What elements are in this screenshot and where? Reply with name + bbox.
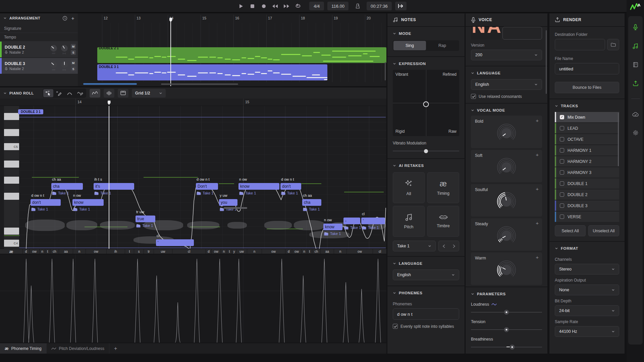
render-track-double-1[interactable]: DOUBLE 1 <box>555 178 619 189</box>
stop-button[interactable] <box>249 3 256 9</box>
phoneme-cell[interactable]: ow <box>292 249 302 254</box>
render-track-lead[interactable]: LEAD <box>555 123 619 133</box>
track-checkbox[interactable] <box>560 203 564 208</box>
unselect-all-button[interactable]: Unselect All <box>588 225 619 236</box>
phoneme-cell[interactable]: n <box>221 249 227 254</box>
arrangement-vscrollbar[interactable] <box>385 62 386 80</box>
phoneme-cell[interactable]: cl <box>373 249 386 254</box>
mode-rap-button[interactable]: Rap <box>426 41 459 50</box>
piano-roll-playhead-marker[interactable] <box>108 101 111 105</box>
note-take-label[interactable]: Take 1 <box>344 226 361 230</box>
tab-pitch-deviation-loudness[interactable]: Pitch Deviation/Loudness <box>47 343 109 354</box>
arrangement-clip-double-2-1[interactable]: DOUBLE 2 1 <box>97 47 386 63</box>
dictionary-panel-icon[interactable] <box>632 61 639 68</box>
add-automation-icon[interactable]: + <box>536 254 539 260</box>
phoneme-cell[interactable]: ow <box>262 249 285 254</box>
chevron-down-icon[interactable] <box>393 62 396 65</box>
note-take-label[interactable]: Take 1 <box>136 224 153 228</box>
phoneme-cell[interactable]: d <box>206 249 212 254</box>
phoneme-cell[interactable]: aa <box>321 249 334 254</box>
piano-key[interactable] <box>4 161 19 168</box>
phoneme-timing-row[interactable]: ædowntchaanowihtstruwcldowntyuwnowdowntc… <box>0 249 386 254</box>
chevron-down-icon[interactable] <box>393 262 396 265</box>
phoneme-cell[interactable]: n <box>302 249 307 254</box>
piano-roll-clip-badge[interactable]: DOUBLE 3 1 <box>18 109 43 114</box>
loudness-toggle[interactable] <box>104 89 114 98</box>
select-all-button[interactable]: Select All <box>555 225 586 236</box>
note-take-label[interactable]: Take 1 <box>239 191 256 195</box>
phoneme-cell[interactable]: d <box>23 249 30 254</box>
file-name-input[interactable]: untitled <box>555 63 619 74</box>
voice-name-field[interactable] <box>502 27 542 40</box>
parameter-slider[interactable] <box>471 327 542 332</box>
track-checkbox[interactable] <box>560 192 564 197</box>
piano-roll-note[interactable]: know <box>323 224 342 230</box>
add-parameter-tab-button[interactable]: + <box>109 346 122 352</box>
evenly-split-checkbox-row[interactable]: Evenly split note into syllables <box>393 324 459 329</box>
piano-key[interactable]: C5 <box>4 143 19 150</box>
select-tool[interactable] <box>43 89 53 97</box>
voice-avatar[interactable]: NA <box>471 27 500 40</box>
format-channels-select[interactable]: Stereo <box>555 264 619 275</box>
destination-folder-input[interactable] <box>555 39 605 50</box>
phoneme-cell[interactable]: ow <box>86 249 107 254</box>
phoneme-cell[interactable]: æ <box>0 249 23 254</box>
mode-sing-button[interactable]: Sing <box>393 41 426 50</box>
chevron-down-icon[interactable] <box>555 247 558 250</box>
loop-button[interactable] <box>294 3 301 9</box>
notes-language-select[interactable]: English <box>393 269 459 280</box>
tab-phoneme-timing[interactable]: æ Phoneme Timing <box>0 343 47 354</box>
track-checkbox[interactable] <box>560 137 564 141</box>
arrangement-timeline[interactable]: 121314151617181920DOUBLE 2 1DOUBLE 3 1 <box>78 13 386 86</box>
phoneme-cell[interactable]: ow <box>347 249 373 254</box>
chevron-down-icon[interactable] <box>3 16 7 20</box>
vibrato-slider[interactable] <box>393 148 459 154</box>
bounce-to-files-button[interactable]: Bounce to Files <box>555 82 619 93</box>
rewind-button[interactable] <box>272 3 278 9</box>
render-track-verse[interactable]: VERSE <box>555 212 619 222</box>
phoneme-cell[interactable]: ow <box>30 249 40 254</box>
add-automation-icon[interactable]: + <box>536 186 539 192</box>
playhead-marker[interactable] <box>169 18 172 22</box>
add-automation-icon[interactable]: + <box>536 220 539 226</box>
signature-row[interactable]: Signature <box>0 24 78 33</box>
grid-select[interactable]: Grid 1/2 <box>132 89 166 98</box>
voice-language-select[interactable]: English <box>471 79 542 90</box>
arrangement-track-double-3[interactable]: DOUBLE 3Natalie 2ılıl|ıı|MS <box>0 58 78 74</box>
timeline-scrollbar[interactable] <box>161 83 238 85</box>
mute-button[interactable]: M <box>71 60 76 65</box>
vocal-mode-bold[interactable]: Bold+ <box>471 116 542 148</box>
phoneme-cell[interactable]: ih <box>107 249 125 254</box>
retake-timing-button[interactable]: æ Timing <box>427 172 459 203</box>
browse-folder-button[interactable] <box>607 39 619 50</box>
track-checkbox[interactable] <box>560 148 564 153</box>
chevron-down-icon[interactable] <box>393 164 396 167</box>
piano-roll-note[interactable]: know <box>238 183 279 190</box>
time-display[interactable]: 00:27:36 <box>367 2 392 10</box>
render-track-double-3[interactable]: DOUBLE 3 <box>555 200 619 211</box>
retake-timbre-button[interactable]: Timbre <box>427 206 459 237</box>
render-track-mix-down[interactable]: Mix Down <box>555 112 619 122</box>
takes-lane-toggle[interactable] <box>118 89 128 98</box>
phoneme-cell[interactable]: n <box>334 249 347 254</box>
chevron-down-icon[interactable] <box>393 32 396 35</box>
piano-roll-note[interactable]: Don't <box>196 183 218 190</box>
phoneme-cell[interactable]: cl <box>172 249 206 254</box>
render-track-octave[interactable]: OCTAVE <box>555 134 619 144</box>
phoneme-cell[interactable]: t <box>125 249 134 254</box>
piano-roll-note[interactable]: don't <box>280 183 301 190</box>
follow-playhead-button[interactable] <box>395 2 407 10</box>
render-track-double-2[interactable]: DOUBLE 2 <box>555 189 619 200</box>
piano-roll-note[interactable]: you <box>219 199 237 206</box>
vocal-mode-soft[interactable]: Soft+ <box>471 150 542 182</box>
draw-tool[interactable] <box>54 89 64 97</box>
phoneme-cell[interactable]: n <box>73 249 86 254</box>
chevron-down-icon[interactable] <box>471 109 474 112</box>
vocal-mode-warm[interactable]: Warm+ <box>471 252 542 285</box>
format-sample-rate-select[interactable]: 44100 Hz <box>555 326 619 337</box>
time-signature[interactable]: 4/4 <box>309 2 324 10</box>
track-volume-knob[interactable]: ılıl <box>49 45 58 54</box>
piano-roll-note[interactable]: ' <box>361 218 385 224</box>
piano-key[interactable] <box>4 113 19 120</box>
chevron-down-icon[interactable] <box>393 291 396 295</box>
